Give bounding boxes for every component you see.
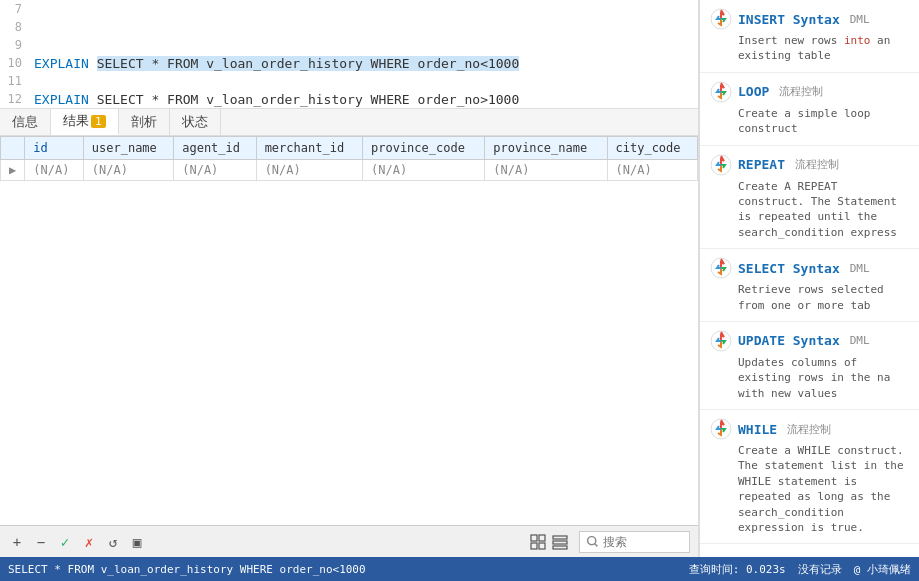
remove-row-button[interactable]: − (32, 533, 50, 551)
col-header-merchant-id[interactable]: merchant_id (256, 137, 362, 160)
tab-results-badge: 1 (91, 115, 106, 128)
bottom-toolbar: + − ✓ ✗ ↺ ▣ (0, 525, 698, 557)
search-input[interactable] (603, 535, 683, 549)
svg-line-8 (595, 544, 598, 547)
tab-status[interactable]: 状态 (170, 109, 221, 135)
table-header-row: id user_name agent_id merchant_id provin… (1, 137, 698, 160)
while-badge: 流程控制 (787, 422, 831, 437)
cell-province-name: (N/A) (485, 160, 607, 181)
line-content-10: EXPLAIN SELECT * FROM v_loan_order_histo… (30, 56, 698, 71)
loop-badge: 流程控制 (779, 84, 823, 99)
view-icons (529, 533, 569, 551)
loop-desc: Create a simple loop construct (710, 106, 909, 137)
svg-rect-4 (553, 536, 567, 539)
code-line-7: 7 (0, 0, 698, 18)
svg-rect-1 (539, 535, 545, 541)
list-view-icon[interactable] (551, 533, 569, 551)
repeat-icon (710, 154, 732, 176)
results-area[interactable]: id user_name agent_id merchant_id provin… (0, 136, 698, 331)
line-num-7: 7 (0, 2, 30, 16)
results-table: id user_name agent_id merchant_id provin… (0, 136, 698, 181)
sql-line-12: SELECT * FROM v_loan_order_history WHERE… (97, 92, 520, 107)
code-lines: 7 8 9 10 EXPLAIN SELECT * FROM v_loan_or… (0, 0, 698, 108)
line-num-11: 11 (0, 74, 30, 88)
svg-rect-3 (539, 543, 545, 549)
while-desc: Create a WHILE construct. The statement … (710, 443, 909, 535)
selected-sql: SELECT * FROM v_loan_order_history WHERE… (97, 56, 520, 71)
col-header-agent-id[interactable]: agent_id (174, 137, 256, 160)
grid-view-icon[interactable] (529, 533, 547, 551)
right-item-update[interactable]: UPDATE Syntax DML Updates columns of exi… (700, 322, 919, 410)
col-indicator (1, 137, 25, 160)
select-desc: Retrieve rows selected from one or more … (710, 282, 909, 313)
query-time-label: 查询时间: (689, 563, 740, 576)
select-icon (710, 257, 732, 279)
cell-province-code: (N/A) (362, 160, 484, 181)
right-item-update-header: UPDATE Syntax DML (710, 330, 909, 352)
svg-rect-5 (553, 541, 567, 544)
row-indicator: ▶ (1, 160, 25, 181)
repeat-badge: 流程控制 (795, 157, 839, 172)
query-time-value: 0.023s (746, 563, 786, 576)
cell-agent-id: (N/A) (174, 160, 256, 181)
right-item-insert-header: INSERT Syntax DML (710, 8, 909, 30)
code-line-8: 8 (0, 18, 698, 36)
right-item-insert[interactable]: INSERT Syntax DML Insert new rows into a… (700, 0, 919, 73)
code-line-11: 11 (0, 72, 698, 90)
tab-results-label: 结果 (63, 112, 89, 130)
svg-rect-0 (531, 535, 537, 541)
cell-merchant-id: (N/A) (256, 160, 362, 181)
status-records: 没有记录 (798, 562, 842, 577)
line-num-10: 10 (0, 56, 30, 70)
confirm-button[interactable]: ✓ (56, 533, 74, 551)
update-icon (710, 330, 732, 352)
right-item-repeat[interactable]: REPEAT 流程控制 Create A REPEAT construct. T… (700, 146, 919, 250)
refresh-button[interactable]: ↺ (104, 533, 122, 551)
tab-info[interactable]: 信息 (0, 109, 51, 135)
right-item-select[interactable]: SELECT Syntax DML Retrieve rows selected… (700, 249, 919, 322)
status-sql: SELECT * FROM v_loan_order_history WHERE… (8, 563, 677, 576)
code-line-10[interactable]: 10 EXPLAIN SELECT * FROM v_loan_order_hi… (0, 54, 698, 72)
status-user: @ 小琦佩绪 (854, 562, 911, 577)
line-num-9: 9 (0, 38, 30, 52)
cancel-button[interactable]: ✗ (80, 533, 98, 551)
loop-title: LOOP (738, 84, 769, 99)
grid-svg (530, 534, 546, 550)
tabs-bar: 信息 结果 1 剖析 状态 (0, 108, 698, 136)
tab-results[interactable]: 结果 1 (51, 109, 119, 135)
code-line-12[interactable]: 12 EXPLAIN SELECT * FROM v_loan_order_hi… (0, 90, 698, 108)
col-header-city-code[interactable]: city_code (607, 137, 697, 160)
col-header-user-name[interactable]: user_name (83, 137, 173, 160)
search-icon (586, 535, 599, 548)
search-box[interactable] (579, 531, 690, 553)
main-container: 7 8 9 10 EXPLAIN SELECT * FROM v_loan_or… (0, 0, 919, 557)
col-header-province-name[interactable]: province_name (485, 137, 607, 160)
while-title: WHILE (738, 422, 777, 437)
add-row-button[interactable]: + (8, 533, 26, 551)
tab-profile[interactable]: 剖析 (119, 109, 170, 135)
status-bar: SELECT * FROM v_loan_order_history WHERE… (0, 557, 919, 581)
insert-title: INSERT Syntax (738, 12, 840, 27)
insert-icon (710, 8, 732, 30)
update-title: UPDATE Syntax (738, 333, 840, 348)
col-header-province-code[interactable]: province_code (362, 137, 484, 160)
update-desc: Updates columns of existing rows in the … (710, 355, 909, 401)
insert-badge: DML (850, 13, 870, 26)
tab-info-label: 信息 (12, 113, 38, 131)
left-panel: 7 8 9 10 EXPLAIN SELECT * FROM v_loan_or… (0, 0, 699, 557)
table-row: ▶ (N/A) (N/A) (N/A) (N/A) (N/A) (N/A) (N… (1, 160, 698, 181)
right-item-select-header: SELECT Syntax DML (710, 257, 909, 279)
col-header-id[interactable]: id (25, 137, 84, 160)
status-query-time: 查询时间: 0.023s (689, 562, 786, 577)
right-item-while[interactable]: WHILE 流程控制 Create a WHILE construct. The… (700, 410, 919, 544)
tab-status-label: 状态 (182, 113, 208, 131)
keyword-explain: EXPLAIN (34, 56, 97, 71)
select-title: SELECT Syntax (738, 261, 840, 276)
tab-profile-label: 剖析 (131, 113, 157, 131)
right-item-while-header: WHILE 流程控制 (710, 418, 909, 440)
code-line-9: 9 (0, 36, 698, 54)
editor-area: 7 8 9 10 EXPLAIN SELECT * FROM v_loan_or… (0, 0, 698, 108)
right-item-loop[interactable]: LOOP 流程控制 Create a simple loop construct (700, 73, 919, 146)
line-num-8: 8 (0, 20, 30, 34)
export-button[interactable]: ▣ (128, 533, 146, 551)
